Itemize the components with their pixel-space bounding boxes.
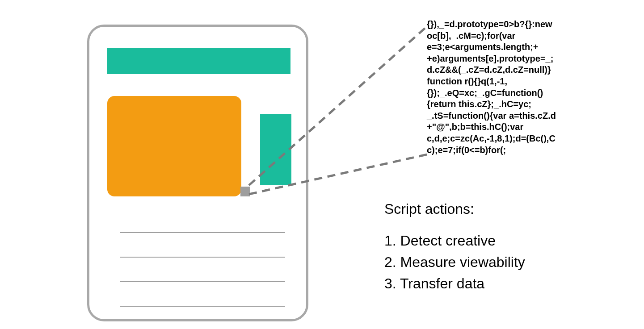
page-header-bar [107,48,290,74]
script-actions-block: Script actions: Detect creative Measure … [384,201,525,294]
measurement-pixel [240,187,250,196]
script-code-snippet: {}),_=d.prototype=0>b?{}:new oc[b],_.cM=… [427,19,559,156]
script-action-item: Measure viewability [384,251,525,273]
ad-creative-block [107,96,241,196]
side-ad-block [260,114,291,185]
content-line [120,281,285,282]
device-frame [87,25,308,321]
script-actions-list: Detect creative Measure viewability Tran… [384,230,525,294]
script-actions-heading: Script actions: [384,201,525,217]
content-line [120,257,285,258]
content-line [120,306,285,307]
script-action-item: Detect creative [384,230,525,251]
content-line [120,232,285,233]
script-action-item: Transfer data [384,273,525,294]
